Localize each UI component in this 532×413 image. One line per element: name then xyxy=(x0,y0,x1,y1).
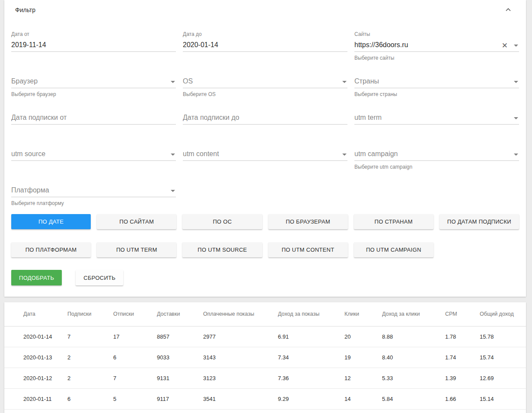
table-cell: 5 xyxy=(113,388,157,409)
table-body: 2020-01-14717885729776.91208.881.7815.78… xyxy=(4,326,526,409)
tab-by-browsers[interactable]: ПО БРАУЗЕРАМ xyxy=(268,214,348,229)
table-cell: 2 xyxy=(67,368,113,388)
utm-term-placeholder: utm term xyxy=(354,114,382,122)
chevron-up-icon xyxy=(505,7,511,13)
table-cell: 2020-01-13 xyxy=(4,347,67,368)
tab-by-subscribe-dates[interactable]: ПО ДАТАМ ПОДПИСКИ xyxy=(440,214,519,229)
utm-content-field: utm content xyxy=(183,140,347,176)
utm-source-placeholder: utm source xyxy=(11,150,45,159)
column-header: Дата xyxy=(4,302,67,326)
reset-button[interactable]: СБРОСИТЬ xyxy=(76,270,123,285)
dropdown-arrow-icon[interactable] xyxy=(514,117,518,119)
table-cell: 6 xyxy=(67,388,113,409)
subscribe-date-to-input[interactable] xyxy=(183,114,347,122)
results-table-panel: ДатаПодпискиОтпискиДоставкиОплаченные по… xyxy=(4,302,526,413)
tab-by-date[interactable]: ПО ДАТЕ xyxy=(11,214,91,229)
dropdown-arrow-icon[interactable] xyxy=(342,81,347,83)
date-to-field: Дата до xyxy=(183,31,347,67)
dropdown-arrow-icon[interactable] xyxy=(514,81,518,83)
filter-fields: Дата от Дата до Сайты ✕ Выберите сайты xyxy=(11,31,519,213)
table-cell: 3143 xyxy=(203,347,278,368)
table-cell: 6.91 xyxy=(278,326,344,347)
table-cell: 15.74 xyxy=(480,347,526,368)
utm-term-select[interactable]: utm term xyxy=(354,112,519,125)
utm-campaign-select[interactable]: utm campaign xyxy=(354,148,519,161)
table-cell: 5.33 xyxy=(382,368,445,388)
dropdown-arrow-icon[interactable] xyxy=(171,81,175,83)
tab-by-platforms[interactable]: ПО ПЛАТФОРМАМ xyxy=(11,242,91,257)
table-cell: 8857 xyxy=(157,326,203,347)
tab-by-utm-content[interactable]: ПО UTM CONTENT xyxy=(268,242,348,257)
dropdown-arrow-icon[interactable] xyxy=(514,154,518,156)
table-row: 2020-01-14717885729776.91208.881.7815.78 xyxy=(4,326,526,347)
dropdown-arrow-icon[interactable] xyxy=(342,154,347,156)
column-header: Подписки xyxy=(67,302,113,326)
tab-by-utm-term[interactable]: ПО UTM TERM xyxy=(97,242,176,257)
dropdown-arrow-icon[interactable] xyxy=(171,190,175,192)
filter-actions: ПОДОБРАТЬ СБРОСИТЬ xyxy=(11,270,519,285)
platform-select[interactable]: Платформа xyxy=(11,185,176,197)
filter-panel: Фильтр Дата от Дата до Сайты ✕ xyxy=(4,0,526,297)
table-cell: 1.78 xyxy=(445,326,480,347)
date-from-input[interactable] xyxy=(11,41,176,50)
browser-field: Браузер Выберите браузер xyxy=(11,67,176,104)
tab-by-utm-campaign[interactable]: ПО UTM CAMPAIGN xyxy=(354,242,433,257)
column-header: Отписки xyxy=(113,302,157,326)
sites-helper: Выберите сайты xyxy=(354,55,519,61)
table-row: 2020-01-1227913131237.36125.331.3912.69 xyxy=(4,368,526,388)
table-cell: 1.66 xyxy=(445,388,480,409)
sites-field: Сайты ✕ Выберите сайты xyxy=(354,31,519,67)
utm-source-select[interactable]: utm source xyxy=(11,148,176,161)
table-cell: 9131 xyxy=(157,368,203,388)
platform-field: Платформа Выберите платформу xyxy=(11,176,176,213)
table-cell: 9117 xyxy=(157,388,203,409)
filter-title: Фильтр xyxy=(15,6,35,13)
table-row: 2020-01-1165911735419.29145.841.6615.14 xyxy=(4,388,526,409)
utm-source-field: utm source xyxy=(11,140,176,176)
browser-placeholder: Браузер xyxy=(11,77,38,86)
sites-label: Сайты xyxy=(354,31,519,39)
dropdown-arrow-icon[interactable] xyxy=(514,45,518,47)
sites-input[interactable] xyxy=(354,41,519,50)
results-table: ДатаПодпискиОтпискиДоставкиОплаченные по… xyxy=(4,302,526,410)
countries-helper: Выберите страны xyxy=(354,91,519,97)
submit-button[interactable]: ПОДОБРАТЬ xyxy=(11,270,62,285)
table-cell: 8.40 xyxy=(382,347,445,368)
table-cell: 6 xyxy=(113,347,157,368)
collapse-filter-button[interactable] xyxy=(504,6,512,14)
utm-content-select[interactable]: utm content xyxy=(183,148,347,161)
table-cell: 3541 xyxy=(203,388,278,409)
os-helper: Выберите OS xyxy=(183,91,347,97)
table-cell: 15.14 xyxy=(480,388,526,409)
column-header: Общий доход xyxy=(480,302,526,326)
subscribe-date-from-input[interactable] xyxy=(11,114,176,122)
tab-by-os[interactable]: ПО ОС xyxy=(182,214,262,229)
platform-helper: Выберите платформу xyxy=(11,200,176,206)
table-cell: 20 xyxy=(344,326,382,347)
countries-field: Страны Выберите страны xyxy=(354,67,519,104)
tab-by-countries[interactable]: ПО СТРАНАМ xyxy=(354,214,433,229)
browser-select[interactable]: Браузер xyxy=(11,76,176,88)
table-cell: 2020-01-11 xyxy=(4,388,67,409)
table-cell: 17 xyxy=(113,326,157,347)
table-cell: 3123 xyxy=(203,368,278,388)
tab-by-sites[interactable]: ПО САЙТАМ xyxy=(97,214,176,229)
platform-placeholder: Платформа xyxy=(11,186,49,195)
date-from-label: Дата от xyxy=(11,31,176,39)
tab-by-utm-source[interactable]: ПО UTM SOURCE xyxy=(182,242,262,257)
countries-select[interactable]: Страны xyxy=(354,76,519,88)
table-cell: 14 xyxy=(344,388,382,409)
date-to-label: Дата до xyxy=(183,31,347,39)
utm-term-field: utm term xyxy=(354,104,519,140)
table-cell: 9.29 xyxy=(278,388,344,409)
os-select[interactable]: OS xyxy=(183,76,347,88)
browser-helper: Выберите браузер xyxy=(11,91,176,97)
filter-header: Фильтр xyxy=(11,6,519,14)
date-to-input[interactable] xyxy=(183,41,347,50)
utm-campaign-field: utm campaign Выберите utm campaign xyxy=(354,140,519,176)
dropdown-arrow-icon[interactable] xyxy=(171,154,175,156)
column-header: CPM xyxy=(445,302,480,326)
column-header: Доход за клики xyxy=(382,302,445,326)
table-cell: 2020-01-14 xyxy=(4,326,67,347)
clear-icon[interactable]: ✕ xyxy=(502,42,508,49)
